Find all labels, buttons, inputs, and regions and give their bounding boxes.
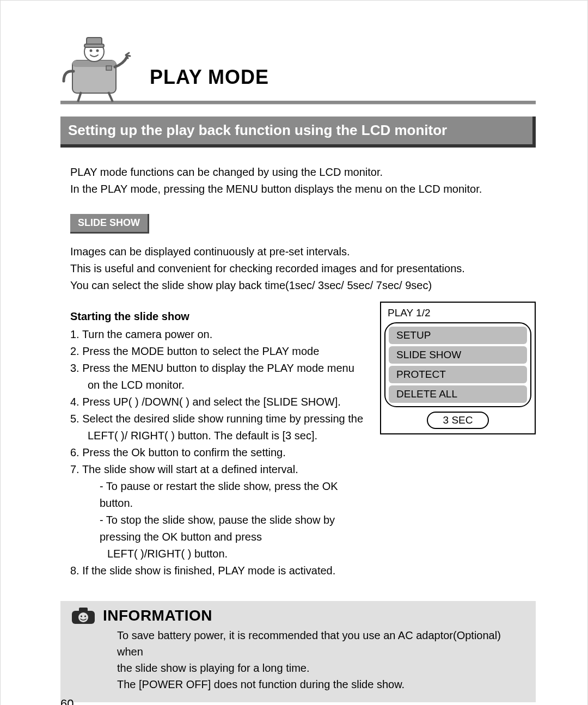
- svg-point-12: [84, 615, 86, 617]
- desc-line: This is useful and convenient for checki…: [70, 260, 536, 277]
- step-sub-item: - To stop the slide show, pause the slid…: [70, 512, 366, 545]
- step-item: 2. Press the MODE button to select the P…: [70, 343, 366, 360]
- lcd-menu: PLAY 1/2 SETUP SLIDE SHOW PROTECT DELETE…: [380, 302, 536, 434]
- step-item: 5. Select the desired slide show running…: [70, 410, 366, 427]
- step-sub-item: - To pause or restart the slide show, pr…: [70, 478, 366, 512]
- step-item: 8. If the slide show is finished, PLAY m…: [70, 562, 366, 579]
- lcd-menu-item: PROTECT: [389, 366, 527, 383]
- information-heading: INFORMATION: [71, 606, 525, 625]
- section-heading-bar: Setting up the play back function using …: [60, 117, 536, 148]
- mascot-icon: [60, 22, 137, 104]
- info-line: To save battery power, it is recommended…: [117, 627, 525, 660]
- desc-line: You can select the slide show play back …: [70, 277, 536, 294]
- info-line: The [POWER OFF] does not function during…: [117, 676, 525, 692]
- page-title: PLAY MODE: [150, 66, 269, 104]
- desc-line: Images can be displayed continuously at …: [70, 243, 536, 260]
- lcd-value-row: 3 SEC: [384, 412, 531, 429]
- page-header: PLAY MODE: [60, 22, 536, 105]
- lcd-menu-item: DELETE ALL: [389, 385, 527, 403]
- slide-show-tag: SLIDE SHOW: [70, 214, 149, 234]
- lcd-menu-item: SETUP: [389, 327, 527, 344]
- information-box: INFORMATION To save battery power, it is…: [60, 601, 536, 702]
- step-item-cont: LEFT( )/ RIGHT( ) button. The default is…: [70, 427, 366, 444]
- steps-column: Starting the slide show 1. Turn the came…: [60, 301, 366, 579]
- step-item: 7. The slide show will start at a define…: [70, 461, 366, 478]
- svg-rect-9: [79, 608, 88, 612]
- manual-page: PLAY MODE Setting up the play back funct…: [0, 0, 588, 705]
- step-item: 3. Press the MENU button to display the …: [70, 360, 366, 377]
- intro-text: PLAY mode functions can be changed by us…: [60, 164, 536, 198]
- svg-point-11: [81, 615, 82, 617]
- lcd-value-pill: 3 SEC: [427, 412, 489, 429]
- step-item-cont: on the LCD monitor.: [70, 377, 366, 394]
- page-number: 60: [60, 697, 74, 705]
- information-label: INFORMATION: [103, 607, 212, 624]
- steps-subheading: Starting the slide show: [70, 308, 366, 325]
- info-line: the slide show is playing for a long tim…: [117, 660, 525, 676]
- lcd-menu-items: SETUP SLIDE SHOW PROTECT DELETE ALL: [384, 322, 531, 407]
- camera-icon: [71, 606, 95, 625]
- svg-point-10: [78, 612, 88, 622]
- svg-rect-6: [84, 44, 104, 47]
- slide-show-description: Images can be displayed continuously at …: [60, 243, 536, 294]
- step-item: 1. Turn the camera power on.: [70, 326, 366, 343]
- step-item: 4. Press UP( ) /DOWN( ) and select the […: [70, 394, 366, 410]
- information-body: To save battery power, it is recommended…: [71, 627, 525, 692]
- svg-rect-7: [106, 66, 112, 70]
- steps-and-lcd: Starting the slide show 1. Turn the came…: [60, 301, 536, 579]
- lcd-title: PLAY 1/2: [384, 305, 531, 322]
- title-row: PLAY MODE: [60, 22, 536, 104]
- step-sub-item-cont: LEFT( )/RIGHT( ) button.: [70, 545, 366, 562]
- svg-point-3: [90, 50, 93, 52]
- step-item: 6. Press the Ok button to confirm the se…: [70, 444, 366, 461]
- lcd-menu-item: SLIDE SHOW: [389, 346, 527, 364]
- intro-line: In the PLAY mode, pressing the MENU butt…: [70, 181, 536, 198]
- intro-line: PLAY mode functions can be changed by us…: [70, 164, 536, 181]
- svg-point-4: [96, 50, 99, 52]
